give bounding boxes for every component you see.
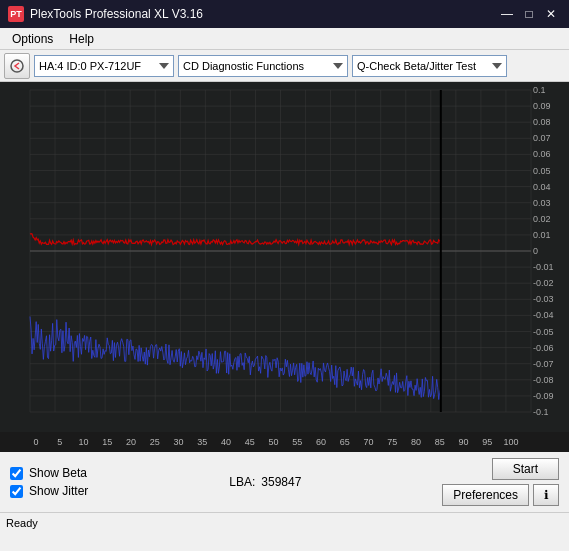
start-button[interactable]: Start (492, 458, 559, 480)
menu-help[interactable]: Help (61, 30, 102, 48)
title-bar-controls: — □ ✕ (497, 4, 561, 24)
lba-section: LBA: 359847 (229, 475, 301, 489)
title-bar: PT PlexTools Professional XL V3.16 — □ ✕ (0, 0, 569, 28)
toolbar: HA:4 ID:0 PX-712UF CD Diagnostic Functio… (0, 50, 569, 82)
maximize-button[interactable]: □ (519, 4, 539, 24)
drive-select[interactable]: HA:4 ID:0 PX-712UF (34, 55, 174, 77)
function-select[interactable]: CD Diagnostic Functions (178, 55, 348, 77)
prefs-row: Preferences ℹ (442, 484, 559, 506)
chart-canvas (0, 82, 569, 432)
status-bar: Ready (0, 512, 569, 532)
toolbar-back-button[interactable] (4, 53, 30, 79)
menu-options[interactable]: Options (4, 30, 61, 48)
checkboxes-section: Show Beta Show Jitter (10, 466, 88, 498)
show-beta-checkbox[interactable] (10, 467, 23, 480)
show-beta-row: Show Beta (10, 466, 88, 480)
show-jitter-checkbox[interactable] (10, 485, 23, 498)
minimize-button[interactable]: — (497, 4, 517, 24)
bottom-panel: Show Beta Show Jitter LBA: 359847 Start … (0, 452, 569, 512)
menu-bar: Options Help (0, 28, 569, 50)
back-icon (10, 59, 24, 73)
right-buttons: Start Preferences ℹ (442, 458, 559, 506)
info-button[interactable]: ℹ (533, 484, 559, 506)
show-jitter-row: Show Jitter (10, 484, 88, 498)
show-beta-label[interactable]: Show Beta (29, 466, 87, 480)
show-jitter-label[interactable]: Show Jitter (29, 484, 88, 498)
title-bar-text: PlexTools Professional XL V3.16 (30, 7, 203, 21)
status-text: Ready (6, 517, 38, 529)
lba-value: 359847 (261, 475, 301, 489)
test-select[interactable]: Q-Check Beta/Jitter Test (352, 55, 507, 77)
preferences-button[interactable]: Preferences (442, 484, 529, 506)
close-button[interactable]: ✕ (541, 4, 561, 24)
app-icon: PT (8, 6, 24, 22)
svg-point-0 (11, 60, 23, 72)
x-axis-labels: 0510152025303540455055606570758085909510… (28, 437, 519, 447)
x-axis: 0510152025303540455055606570758085909510… (0, 432, 569, 452)
chart-container: High Low // Will be rendered by JS (0, 82, 569, 432)
lba-label: LBA: (229, 475, 255, 489)
